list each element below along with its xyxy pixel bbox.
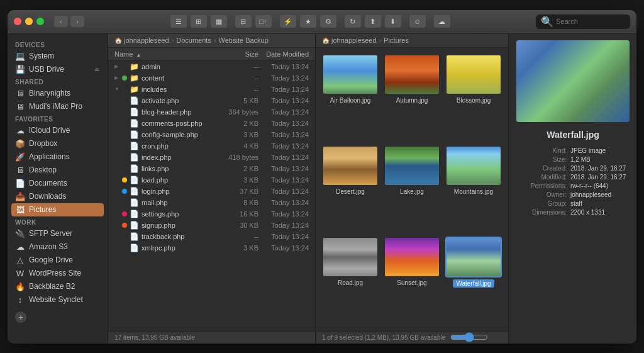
table-row[interactable]: 📄 signup.php 30 KB Today 13:24 xyxy=(108,220,315,231)
forward-button[interactable]: › xyxy=(70,16,84,27)
table-row[interactable]: ▶ 📁 admin -- Today 13:24 xyxy=(108,61,315,72)
status-dot xyxy=(122,64,127,69)
file-date: Today 13:24 xyxy=(258,63,309,70)
file-icon: 📄 xyxy=(130,153,139,162)
expand-arrow-icon[interactable]: ▶ xyxy=(114,75,121,81)
group-value: staff xyxy=(570,200,630,207)
picture-thumbnail xyxy=(322,237,379,277)
sidebar-item-usb-drive[interactable]: 💾 USB Drive ⏏ xyxy=(8,63,108,76)
maximize-button[interactable] xyxy=(36,18,44,25)
table-row[interactable]: 📄 xmlrpc.php 3 KB Today 13:24 xyxy=(108,242,315,254)
close-button[interactable] xyxy=(14,18,21,25)
list-item[interactable]: Waterfall.jpg xyxy=(445,237,502,324)
sidebar-item-applications[interactable]: 🚀 Applications xyxy=(8,150,108,164)
sidebar-item-website-synclet[interactable]: ↕ Website Synclet xyxy=(8,293,108,306)
pathbar-website-backup[interactable]: Website Backup xyxy=(219,36,269,44)
sidebar-item-binarynights[interactable]: 🖥 Binarynights xyxy=(8,87,108,100)
pathbar-documents[interactable]: Documents xyxy=(176,36,211,44)
file-name: mail.php xyxy=(142,199,214,206)
column-view-icon[interactable]: ▦ xyxy=(211,15,227,28)
list-item[interactable]: Lake.jpg xyxy=(384,145,440,232)
desktop-icon: 🖥 xyxy=(15,165,25,175)
sidebar-item-documents[interactable]: 📄 Documents xyxy=(8,177,108,190)
file-icon: 📄 xyxy=(130,96,139,105)
sidebar-item-google-drive[interactable]: △ Google Drive xyxy=(8,254,108,267)
zoom-slider[interactable] xyxy=(450,332,488,342)
right-pathbar-pictures[interactable]: Pictures xyxy=(384,36,409,44)
sync-icon[interactable]: ↻ xyxy=(345,15,361,28)
file-name: comments-post.php xyxy=(142,120,214,127)
file-date: Today 13:24 xyxy=(258,244,309,252)
sidebar-item-system[interactable]: 💻 System xyxy=(8,50,108,63)
list-item[interactable]: Air Balloon.jpg xyxy=(322,54,379,140)
file-name: config-sample.php xyxy=(142,131,214,138)
thumbnail-image xyxy=(385,55,439,94)
pathbar-documents-label: Documents xyxy=(176,36,211,44)
list-item[interactable]: Desert.jpg xyxy=(322,145,379,232)
table-row[interactable]: 📄 index.php 418 bytes Today 13:24 xyxy=(108,152,315,163)
separator-5 xyxy=(430,16,430,27)
table-row[interactable]: 📄 cron.php 4 KB Today 13:24 xyxy=(108,140,315,152)
table-row[interactable]: 📄 comments-post.php 2 KB Today 13:24 xyxy=(108,118,315,129)
sidebar-item-wordpress[interactable]: W WordPress Site xyxy=(8,267,108,280)
lightning-icon[interactable]: ⚡ xyxy=(280,15,296,28)
star-icon[interactable]: ★ xyxy=(300,15,316,28)
pathbar-user[interactable]: 🏠 johnappleseed xyxy=(114,36,169,44)
list-item[interactable]: Road.jpg xyxy=(322,237,379,324)
list-item[interactable]: Mountains.jpg xyxy=(445,145,502,232)
col-date-header[interactable]: Date Modified xyxy=(258,50,309,58)
thumbnail-image xyxy=(447,238,501,276)
sidebar-item-icloud[interactable]: ☁ iCloud Drive xyxy=(8,124,108,137)
settings-icon[interactable]: ⚙ xyxy=(320,15,336,28)
download-icon[interactable]: ⬇ xyxy=(385,15,401,28)
sidebar-item-backblaze[interactable]: 🔥 Backblaze B2 xyxy=(8,280,108,293)
expand-arrow-icon[interactable]: ▶ xyxy=(114,64,121,69)
table-row[interactable]: 📄 load.php 3 KB Today 13:24 xyxy=(108,174,315,186)
sidebar-item-pictures[interactable]: 🖼 Pictures xyxy=(11,203,104,216)
file-date: Today 13:24 xyxy=(258,210,309,218)
sidebar-item-desktop[interactable]: 🖥 Desktop xyxy=(8,164,108,177)
right-pathbar-user[interactable]: 🏠 johnappleseed xyxy=(322,36,377,44)
search-box[interactable]: 🔍 xyxy=(536,14,630,29)
table-row[interactable]: 📄 links.php 2 KB Today 13:24 xyxy=(108,163,315,174)
col-size-header[interactable]: Size xyxy=(214,50,258,58)
info-row-permissions: Permissions: rw-r--r-- (644) xyxy=(516,182,630,189)
table-row[interactable]: ▶ 📁 content -- Today 13:24 xyxy=(108,72,315,84)
info-preview-image xyxy=(516,40,630,122)
sidebar-item-amazon-s3[interactable]: ☁ Amazon S3 xyxy=(8,240,108,254)
minimize-button[interactable] xyxy=(25,18,33,25)
table-row[interactable]: 📄 login.php 37 KB Today 13:24 xyxy=(108,186,315,197)
search-input[interactable] xyxy=(556,18,631,25)
table-row[interactable]: ▼ 📁 includes -- Today 13:24 xyxy=(108,84,315,95)
picture-label: Air Balloon.jpg xyxy=(330,97,370,104)
sidebar-item-dropbox[interactable]: 📦 Dropbox xyxy=(8,137,108,150)
file-icon: 📄 xyxy=(130,244,139,252)
table-row[interactable]: 📄 activate.php 5 KB Today 13:24 xyxy=(108,95,315,106)
cloud-icon[interactable]: ☁ xyxy=(434,15,450,28)
expand-arrow-icon[interactable]: ▼ xyxy=(114,86,121,92)
table-row[interactable]: 📄 config-sample.php 3 KB Today 13:24 xyxy=(108,129,315,140)
sidebar-item-downloads[interactable]: 📥 Downloads xyxy=(8,190,108,203)
table-row[interactable]: 📄 mail.php 8 KB Today 13:24 xyxy=(108,197,315,208)
table-row[interactable]: 📄 blog-header.php 364 bytes Today 13:24 xyxy=(108,106,315,118)
smiley-icon[interactable]: ☺ xyxy=(409,15,426,28)
icon-view-icon[interactable]: ⊞ xyxy=(191,15,207,28)
table-row[interactable]: 📄 settings.php 16 KB Today 13:24 xyxy=(108,208,315,220)
picture-thumbnail xyxy=(445,54,502,95)
list-view-icon[interactable]: ☰ xyxy=(170,15,187,28)
add-location-button[interactable]: + xyxy=(15,311,26,323)
back-button[interactable]: ‹ xyxy=(54,16,68,27)
upload-icon[interactable]: ⬆ xyxy=(365,15,381,28)
file-date: Today 13:24 xyxy=(258,131,309,138)
sidebar-item-sftp[interactable]: 🔌 SFTP Server xyxy=(8,227,108,240)
picture-label: Desert.jpg xyxy=(336,188,365,195)
sidebar-label-pictures: Pictures xyxy=(29,205,56,214)
list-item[interactable]: Autumn.jpg xyxy=(384,54,440,140)
arrange-icon[interactable]: ⊟ xyxy=(235,15,252,28)
list-item[interactable]: Blossom.jpg xyxy=(445,54,502,140)
col-name-header[interactable]: Name ▲ xyxy=(114,50,214,58)
sidebar-item-mudis-imac[interactable]: 🖥 Mudi's iMac Pro xyxy=(8,100,108,113)
list-item[interactable]: Sunset.jpg xyxy=(384,237,440,324)
share-icon[interactable]: □↑ xyxy=(255,15,272,28)
table-row[interactable]: 📄 trackback.php -- Today 13:24 xyxy=(108,231,315,242)
